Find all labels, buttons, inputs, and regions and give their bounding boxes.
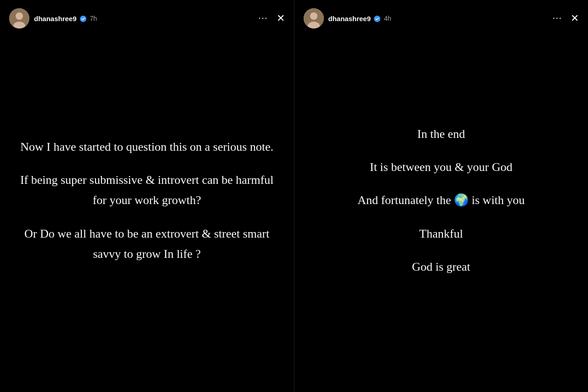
avatar — [9, 8, 29, 28]
timestamp-label: 4h — [384, 15, 391, 22]
story-content-1: Now I have started to question this on a… — [0, 0, 294, 392]
header-info: dhanashree97h — [34, 15, 259, 23]
close-icon[interactable]: ✕ — [571, 12, 579, 24]
story-paragraph-4: Thankful — [357, 224, 525, 244]
story-header-2: dhanashree94h···✕ — [294, 0, 588, 33]
story-paragraph-3: Or Do we all have to be an extrovert & s… — [18, 224, 276, 264]
story-paragraph-2: It is between you & your God — [357, 157, 525, 177]
avatar — [304, 8, 324, 28]
story-paragraph-1: In the end — [357, 124, 525, 144]
verified-icon — [373, 15, 380, 22]
svg-point-1 — [16, 12, 23, 20]
more-options-icon[interactable]: ··· — [259, 13, 268, 24]
header-info: dhanashree94h — [328, 15, 553, 23]
more-options-icon[interactable]: ··· — [553, 13, 562, 24]
timestamp-label: 7h — [90, 15, 97, 22]
verified-icon — [79, 15, 86, 22]
header-actions: ···✕ — [553, 12, 579, 24]
story-header-1: dhanashree97h···✕ — [0, 0, 294, 33]
story-content-2: In the endIt is between you & your GodAn… — [294, 0, 588, 392]
story-text: Now I have started to question this on a… — [18, 137, 276, 264]
story-panel-1: dhanashree97h···✕Now I have started to q… — [0, 0, 294, 392]
close-icon[interactable]: ✕ — [277, 12, 285, 24]
story-paragraph-2: If being super submissive & introvert ca… — [18, 170, 276, 210]
story-panel-2: dhanashree94h···✕In the endIt is between… — [294, 0, 588, 392]
story-paragraph-5: God is great — [357, 257, 525, 277]
story-paragraph-3: And fortunately the 🌍 is with you — [357, 190, 525, 210]
username-label: dhanashree9 — [328, 15, 371, 23]
story-text: In the endIt is between you & your GodAn… — [357, 124, 525, 277]
username-label: dhanashree9 — [34, 15, 77, 23]
header-actions: ···✕ — [259, 12, 285, 24]
svg-point-5 — [310, 12, 317, 20]
story-paragraph-1: Now I have started to question this on a… — [18, 137, 276, 157]
